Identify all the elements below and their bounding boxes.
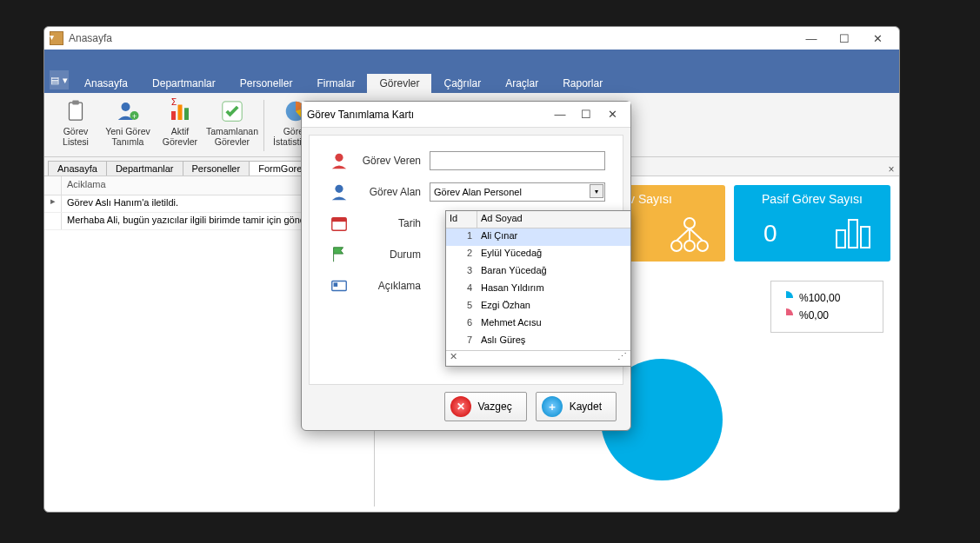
svg-rect-22: [332, 218, 347, 222]
main-title: Anasayfa: [69, 32, 112, 44]
menu-tab-departmanlar[interactable]: Departmanlar: [140, 74, 228, 93]
combo-gorev-alan-value: Görev Alan Personel: [434, 187, 522, 197]
dialog-minimize-button[interactable]: —: [547, 105, 573, 124]
dialog-close-button[interactable]: ✕: [599, 105, 625, 124]
menu-tab-çağrılar[interactable]: Çağrılar: [431, 74, 493, 93]
cancel-icon: ✕: [450, 396, 471, 417]
svg-rect-15: [837, 230, 845, 248]
dropdown-col-name[interactable]: Ad Soyad: [477, 211, 630, 228]
ribbon-label: Yeni GörevTanımla: [105, 126, 150, 147]
personel-dropdown[interactable]: Id Ad Soyad 1Ali Çınar2Eylül Yücedağ3Bar…: [445, 210, 631, 367]
svg-point-11: [684, 218, 695, 228]
svg-point-14: [697, 241, 708, 251]
dropdown-item[interactable]: 5Ezgi Özhan: [446, 298, 630, 315]
dropdown-item-name: Ezgi Özhan: [477, 298, 630, 315]
person-add-icon: +: [115, 98, 141, 124]
menubar: ▾ ▤ ▾ AnasayfaDepartmanlarPersonellerFir…: [44, 50, 899, 93]
cancel-button[interactable]: ✕ Vazgeç: [444, 392, 527, 421]
main-titlebar: Anasayfa — ☐ ✕: [44, 27, 899, 50]
svg-rect-6: [178, 105, 183, 121]
svg-rect-1: [72, 101, 79, 105]
svg-rect-0: [70, 103, 83, 120]
menu-tab-firmalar[interactable]: Firmalar: [304, 74, 367, 93]
svg-rect-16: [849, 220, 857, 248]
dropdown-item[interactable]: 2Eylül Yücedağ: [446, 246, 630, 263]
dropdown-item-name: Baran Yücedağ: [477, 263, 630, 281]
doc-tab-anasayfa[interactable]: Anasayfa: [48, 161, 107, 175]
label-gorev-alan: Görev Alan: [357, 186, 430, 198]
person-red-icon: [327, 151, 351, 170]
menu-tab-raporlar[interactable]: Raporlar: [550, 74, 615, 93]
file-menu-button[interactable]: ▤ ▾: [50, 70, 69, 89]
chevron-down-icon[interactable]: ▾: [590, 184, 603, 198]
svg-rect-7: [184, 108, 189, 120]
dropdown-item[interactable]: 4Hasan Yıldırım: [446, 281, 630, 298]
legend-swatch-icon: [778, 290, 794, 306]
menu-tab-anasayfa[interactable]: Anasayfa: [72, 74, 140, 93]
dropdown-item-name: Aslı Güreş: [477, 333, 630, 350]
svg-point-19: [335, 154, 343, 162]
input-gorev-veren[interactable]: [430, 151, 605, 170]
doc-tab-departmanlar[interactable]: Departmanlar: [106, 161, 183, 175]
ribbon-label: AktifGörevler: [163, 126, 197, 147]
close-button[interactable]: ✕: [861, 29, 894, 48]
dropdown-item-name: Ali Çınar: [477, 228, 630, 246]
legend-item: %100,00: [778, 290, 876, 306]
quick-access-caret-icon[interactable]: ▾: [50, 32, 65, 44]
dropdown-item[interactable]: 6Mehmet Acısu: [446, 315, 630, 333]
person-blue-icon: [327, 182, 351, 202]
ribbon-bars[interactable]: ΣAktifGörevler: [154, 96, 206, 155]
bars-icon: Σ: [167, 98, 193, 124]
dropdown-item[interactable]: 1Ali Çınar: [446, 228, 630, 246]
dropdown-item-name: Eylül Yücedağ: [477, 246, 630, 263]
dropdown-close-x[interactable]: ✕: [450, 351, 457, 366]
ribbon-label: GörevListesi: [63, 126, 89, 147]
dropdown-footer: ✕ ⋰: [446, 350, 630, 366]
stat-card-passive-title: Pasif Görev Sayısı: [762, 192, 863, 206]
dialog-body: Görev Veren Görev Alan Görev Alan Person…: [309, 135, 623, 385]
dropdown-col-id[interactable]: Id: [446, 211, 477, 228]
menu-tab-personeller[interactable]: Personeller: [228, 74, 305, 93]
save-button[interactable]: ＋ Kaydet: [536, 392, 617, 421]
ribbon-label: TamamlananGörevler: [206, 126, 258, 147]
row-marker: ▸: [44, 195, 62, 212]
dialog-title: Görev Tanımlama Kartı: [307, 109, 414, 121]
svg-text:Σ: Σ: [171, 98, 177, 107]
ribbon-check[interactable]: TamamlananGörevler: [206, 96, 258, 155]
label-durum: Durum: [357, 248, 430, 261]
row-marker: [44, 213, 62, 229]
stat-card-passive: Pasif Görev Sayısı 0: [734, 185, 890, 262]
dialog-maximize-button[interactable]: ☐: [573, 105, 599, 124]
legend-label: %100,00: [799, 292, 840, 304]
legend-label: %0,00: [799, 309, 829, 321]
dropdown-resize-grip[interactable]: ⋰: [617, 351, 627, 366]
doc-tab-personeller[interactable]: Personeller: [183, 161, 250, 175]
dropdown-item-name: Hasan Yıldırım: [477, 281, 630, 298]
cancel-label: Vazgeç: [478, 401, 512, 413]
svg-rect-17: [861, 227, 870, 248]
svg-point-2: [122, 103, 130, 111]
ribbon-person-add[interactable]: +Yeni GörevTanımla: [102, 96, 154, 155]
legend-item: %0,00: [778, 308, 876, 323]
tree-icon: [668, 216, 711, 255]
dropdown-item-id: 5: [446, 298, 477, 315]
dropdown-item[interactable]: 3Baran Yücedağ: [446, 263, 630, 281]
dropdown-item-id: 6: [446, 315, 477, 333]
dropdown-item-name: Mehmet Acısu: [477, 315, 630, 333]
chart-legend: %100,00%0,00: [770, 281, 883, 333]
maximize-button[interactable]: ☐: [828, 29, 861, 48]
task-dialog: Görev Tanımlama Kartı — ☐ ✕ Görev Veren …: [301, 101, 631, 431]
dropdown-item[interactable]: 7Aslı Güreş: [446, 333, 630, 350]
menu-tab-görevler[interactable]: Görevler: [367, 74, 431, 93]
combo-gorev-alan[interactable]: Görev Alan Personel ▾: [430, 182, 605, 202]
dropdown-item-id: 1: [446, 228, 477, 246]
menu-tab-araçlar[interactable]: Araçlar: [493, 74, 550, 93]
calendar-icon: [327, 214, 351, 233]
minimize-button[interactable]: —: [795, 29, 828, 48]
ribbon-clipboard[interactable]: GörevListesi: [50, 96, 102, 155]
card-icon: [327, 276, 351, 295]
save-icon: ＋: [542, 396, 563, 417]
label-aciklama: Açıklama: [357, 280, 430, 292]
svg-point-13: [684, 241, 695, 251]
close-doc-tab-button[interactable]: ×: [883, 163, 899, 175]
